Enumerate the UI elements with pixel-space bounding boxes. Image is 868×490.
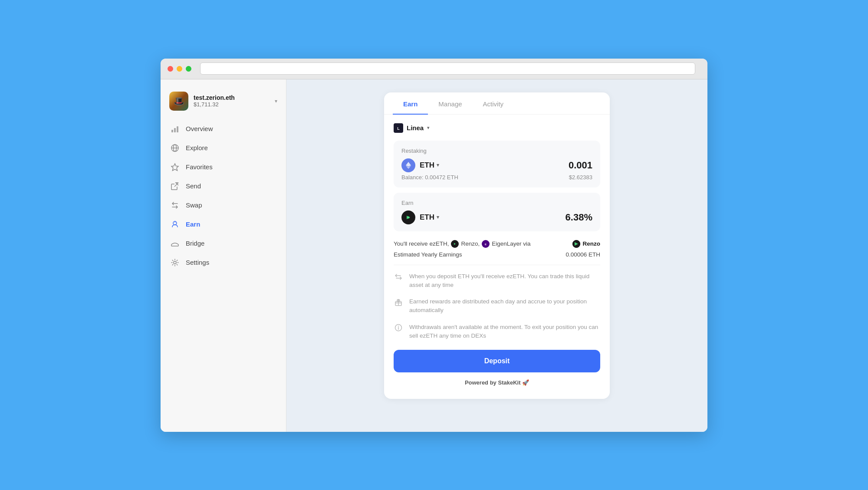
- maximize-button[interactable]: [186, 66, 191, 72]
- earn-card-label: Earn: [401, 200, 592, 206]
- token-usd: $2.62383: [569, 174, 592, 181]
- receive-row: You'll receive ezETH, Renzo,: [394, 237, 600, 251]
- address-bar[interactable]: [200, 62, 695, 75]
- settings-label: Settings: [186, 259, 209, 266]
- sidebar-item-send[interactable]: Send: [161, 177, 286, 196]
- info-item-1: When you deposit ETH you'll receive ezET…: [394, 272, 600, 290]
- sidebar-item-overview[interactable]: Overview: [161, 119, 286, 138]
- transfer-icon: [394, 273, 403, 281]
- explore-icon: [170, 143, 180, 153]
- renzo-mini-icon: [451, 240, 459, 248]
- avatar: 🎩: [169, 92, 188, 111]
- sidebar-item-swap[interactable]: Swap: [161, 196, 286, 215]
- account-section[interactable]: 🎩 test.zerion.eth $1,711.32 ▾: [161, 86, 286, 119]
- svg-rect-1: [174, 128, 176, 132]
- powered-by: Powered by StakeKit 🚀: [394, 379, 600, 388]
- chevron-down-icon: ▾: [275, 98, 277, 104]
- browser-content: 🎩 test.zerion.eth $1,711.32 ▾ Overview: [161, 79, 707, 432]
- sidebar-item-earn[interactable]: Earn: [161, 215, 286, 234]
- svg-rect-0: [171, 130, 173, 132]
- svg-marker-6: [171, 164, 178, 171]
- provider-mini-icon: [572, 240, 580, 248]
- earn-token-row: ETH ▾ 6.38%: [401, 210, 592, 224]
- network-selector[interactable]: L Linea ▾: [394, 123, 600, 133]
- eth-token-icon: [401, 158, 415, 172]
- info-item-3: Withdrawals aren't available at the mome…: [394, 323, 600, 341]
- explore-label: Explore: [186, 144, 208, 151]
- account-balance: $1,711.32: [194, 101, 270, 108]
- sidebar: 🎩 test.zerion.eth $1,711.32 ▾ Overview: [161, 79, 286, 432]
- tabs-header: Earn Manage Activity: [384, 92, 610, 115]
- sidebar-item-settings[interactable]: Settings: [161, 253, 286, 272]
- renzo-token-icon: [401, 210, 415, 224]
- token-balance: Balance: 0.00472 ETH: [401, 174, 458, 181]
- svg-rect-2: [177, 126, 178, 132]
- sidebar-item-bridge[interactable]: Bridge: [161, 234, 286, 253]
- settings-icon: [170, 258, 180, 267]
- token-chevron-icon: ▾: [437, 162, 439, 168]
- star-icon: [170, 162, 180, 172]
- gift-icon: [394, 298, 403, 306]
- deposit-button[interactable]: Deposit: [394, 350, 600, 372]
- close-button[interactable]: [168, 66, 173, 72]
- earn-token-left: ETH ▾: [401, 210, 439, 224]
- yield-value: 6.38%: [566, 212, 592, 223]
- svg-point-12: [174, 261, 176, 264]
- info-text-3: Withdrawals aren't available at the mome…: [409, 323, 600, 341]
- svg-text:E: E: [485, 243, 487, 245]
- swap-label: Swap: [186, 201, 202, 209]
- eigenlayer-mini-icon: E: [482, 240, 490, 248]
- info-item-2: Earned rewards are distributed each day …: [394, 297, 600, 315]
- info-text-1: When you deposit ETH you'll receive ezET…: [409, 272, 600, 290]
- provider-badge: Renzo: [572, 240, 601, 248]
- token-subrow: Balance: 0.00472 ETH $2.62383: [401, 174, 592, 181]
- earn-panel: Earn Manage Activity L Linea: [384, 92, 610, 399]
- restaking-token-name[interactable]: ETH ▾: [420, 161, 439, 170]
- restaking-amount: 0.001: [569, 160, 592, 171]
- tab-activity[interactable]: Activity: [473, 92, 514, 115]
- token-left: ETH ▾: [401, 158, 439, 172]
- tab-manage[interactable]: Manage: [428, 92, 472, 115]
- earn-token-name[interactable]: ETH ▾: [420, 213, 439, 222]
- browser-window: 🎩 test.zerion.eth $1,711.32 ▾ Overview: [161, 59, 707, 432]
- tab-earn[interactable]: Earn: [393, 92, 428, 115]
- swap-icon: [170, 201, 180, 210]
- stakekit-emoji: 🚀: [522, 379, 529, 386]
- network-name: Linea: [407, 124, 424, 132]
- network-chevron-icon: ▾: [427, 125, 430, 131]
- earn-card: Earn: [394, 193, 600, 231]
- svg-text:L: L: [397, 126, 400, 131]
- divider: [394, 265, 600, 265]
- restaking-token-row: ETH ▾ 0.001: [401, 158, 592, 172]
- info-text-2: Earned rewards are distributed each day …: [409, 297, 600, 315]
- minimize-button[interactable]: [177, 66, 182, 72]
- svg-marker-15: [406, 162, 411, 167]
- account-name: test.zerion.eth: [194, 94, 270, 101]
- provider-name: Renzo: [583, 240, 601, 247]
- info-icon: [394, 324, 403, 332]
- main-content: Earn Manage Activity L Linea: [286, 79, 707, 432]
- stakekit-brand: StakeKit: [498, 379, 520, 386]
- earn-label: Earn: [186, 220, 200, 228]
- earn-token-chevron-icon: ▾: [437, 214, 439, 220]
- sidebar-item-favorites[interactable]: Favorites: [161, 158, 286, 177]
- restaking-card: Restaking ETH: [394, 141, 600, 187]
- bridge-icon: [170, 239, 180, 248]
- chart-icon: [170, 124, 180, 134]
- svg-point-18: [408, 216, 410, 218]
- earn-icon: [170, 220, 180, 229]
- svg-point-28: [398, 326, 399, 326]
- network-icon: L: [394, 123, 403, 133]
- send-label: Send: [186, 182, 201, 190]
- account-info: test.zerion.eth $1,711.32: [194, 94, 270, 108]
- overview-label: Overview: [186, 125, 213, 132]
- send-icon: [170, 181, 180, 191]
- receive-text: You'll receive ezETH, Renzo,: [394, 240, 530, 248]
- favorites-label: Favorites: [186, 163, 213, 171]
- earnings-value: 0.00006 ETH: [566, 251, 600, 258]
- sidebar-item-explore[interactable]: Explore: [161, 138, 286, 158]
- earnings-row: Estimated Yearly Earnings 0.00006 ETH: [394, 251, 600, 258]
- bridge-label: Bridge: [186, 240, 204, 247]
- browser-titlebar: [161, 59, 707, 79]
- restaking-label: Restaking: [401, 148, 592, 154]
